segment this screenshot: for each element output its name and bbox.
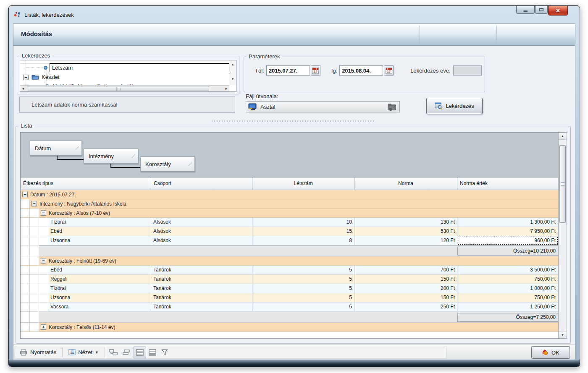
to-date-calendar-button[interactable]: 17 bbox=[384, 65, 394, 76]
tree-vertical-scrollbar[interactable]: ▲ ▼ bbox=[229, 60, 236, 85]
scroll-down-button[interactable]: ▼ bbox=[559, 331, 567, 338]
tree-horizontal-scrollbar[interactable]: ◄ ► bbox=[20, 85, 229, 91]
collapse-group-button[interactable]: − bbox=[41, 258, 46, 263]
data-row[interactable]: ReggeliTanárok5150 Ft750,00 Ft bbox=[21, 275, 558, 284]
grid-cell[interactable]: Ebéd bbox=[48, 227, 151, 236]
grid-cell[interactable]: Uzsonna bbox=[48, 236, 151, 245]
scroll-right-icon[interactable]: ► bbox=[223, 86, 229, 91]
scrollbar-thumb[interactable] bbox=[559, 145, 566, 223]
ok-button[interactable]: OK bbox=[531, 346, 570, 359]
titlebar[interactable]: Listák, lekérdezések ✕ bbox=[9, 6, 580, 23]
grid-cell[interactable]: 15 bbox=[252, 227, 354, 236]
maximize-button[interactable] bbox=[535, 6, 548, 14]
grid-vertical-scrollbar[interactable]: ▲ ▼ bbox=[558, 133, 567, 338]
expand-group-button[interactable]: + bbox=[41, 324, 46, 330]
group-by-panel[interactable]: Dátum∕Intézmény∕Korosztály∕ bbox=[21, 133, 558, 177]
collapse-group-button[interactable]: − bbox=[32, 201, 37, 206]
group-by-box[interactable]: Dátum∕ bbox=[30, 141, 82, 156]
group-row[interactable]: −Korosztály : Felnőtt (19-69 év) bbox=[21, 256, 558, 266]
print-button[interactable]: Nyomtatás bbox=[16, 347, 60, 358]
grid-cell[interactable]: Alsósok bbox=[151, 218, 252, 227]
scroll-down-icon[interactable]: ▼ bbox=[229, 77, 236, 81]
grid-cell[interactable]: 7 950,00 Ft bbox=[457, 227, 558, 236]
group-by-box[interactable]: Intézmény∕ bbox=[84, 149, 138, 164]
grid-cell[interactable]: 5 bbox=[252, 284, 354, 293]
grid-cell[interactable]: 200 Ft bbox=[354, 284, 457, 293]
grid-cell[interactable]: 1 250,00 Ft bbox=[457, 303, 558, 311]
grid-cell[interactable]: Tanárok bbox=[151, 293, 252, 302]
column-header[interactable]: Csoport bbox=[151, 177, 252, 190]
grid-cell[interactable]: 750,00 Ft bbox=[457, 293, 558, 302]
grid-cell[interactable]: Reggeli bbox=[48, 275, 151, 284]
grid-cell[interactable]: 750,00 Ft bbox=[457, 275, 558, 284]
grid-cell[interactable]: 5 bbox=[252, 303, 354, 311]
grid-cell[interactable]: 5 bbox=[252, 275, 354, 284]
scroll-up-icon[interactable]: ▲ bbox=[229, 63, 236, 66]
group-by-box[interactable]: Korosztály∕ bbox=[140, 157, 195, 172]
splitter-handle[interactable] bbox=[211, 120, 375, 122]
grid-cell[interactable]: Tízórai bbox=[48, 284, 151, 293]
grid-cell[interactable]: Vacsora bbox=[48, 303, 151, 311]
grid-cell[interactable]: Uzsonna bbox=[48, 293, 151, 302]
scroll-left-icon[interactable]: ◄ bbox=[20, 86, 26, 91]
data-row[interactable]: UzsonnaAlsósok8120 Ft960,00 Ft bbox=[21, 236, 558, 245]
scrollbar-thumb[interactable] bbox=[28, 86, 209, 91]
query-tree[interactable]: Létszám − Készlet Határidős kiegyenlítet… bbox=[20, 60, 236, 92]
group-row[interactable]: −Dátum : 2015.07.27. bbox=[21, 190, 558, 199]
column-header[interactable]: Norma bbox=[354, 177, 457, 190]
grid-cell[interactable]: Tanárok bbox=[151, 284, 252, 293]
collapse-group-button[interactable]: − bbox=[22, 192, 28, 197]
band-view-button[interactable] bbox=[146, 347, 159, 358]
grid-cell[interactable]: 150 Ft bbox=[354, 293, 457, 302]
row-view-button[interactable] bbox=[134, 347, 146, 358]
filter-button[interactable] bbox=[159, 347, 171, 358]
view-dropdown-button[interactable]: Nézet ▼ bbox=[64, 347, 103, 358]
data-row[interactable]: UzsonnaTanárok5150 Ft750,00 Ft bbox=[21, 293, 558, 303]
collapse-node-button[interactable]: − bbox=[23, 75, 29, 80]
grid-cell[interactable]: 5 bbox=[252, 293, 354, 302]
from-date-calendar-button[interactable]: 17 bbox=[311, 65, 320, 76]
query-year-input[interactable] bbox=[453, 65, 482, 76]
grid-cell[interactable]: Tanárok bbox=[151, 275, 252, 284]
grid-cell[interactable]: Alsósok bbox=[151, 236, 252, 245]
data-row[interactable]: TízóraiTanárok5200 Ft1 000,00 Ft bbox=[21, 284, 558, 293]
grid-cell[interactable]: 120 Ft bbox=[354, 236, 457, 245]
grid-cell[interactable]: Alsósok bbox=[151, 227, 252, 236]
minimize-button[interactable] bbox=[516, 6, 535, 14]
grid-cell[interactable]: 130 Ft bbox=[354, 218, 457, 227]
scroll-up-button[interactable]: ▲ bbox=[559, 133, 567, 140]
grid-cell[interactable]: Ebéd bbox=[48, 266, 151, 274]
data-row[interactable]: VacsoraTanárok5250 Ft1 250,00 Ft bbox=[21, 303, 558, 312]
file-path-combobox[interactable]: Asztal bbox=[246, 101, 400, 112]
group-row[interactable]: −Intézmény : Nagyberki Általános Iskola bbox=[21, 199, 558, 209]
browse-folder-icon[interactable] bbox=[386, 103, 398, 112]
grid-cell[interactable]: 5 bbox=[252, 266, 354, 274]
group-row[interactable]: +Korosztály : Felsős (11-14 év) bbox=[21, 323, 558, 332]
to-date-input[interactable] bbox=[339, 65, 383, 76]
collapse-all-groups-button[interactable] bbox=[120, 347, 134, 358]
grid-cell[interactable]: 8 bbox=[252, 236, 354, 245]
grid-cell[interactable]: Tanárok bbox=[151, 303, 252, 311]
tree-item-keszlet[interactable]: − Készlet bbox=[20, 73, 229, 82]
grid-cell[interactable]: 1 000,00 Ft bbox=[457, 284, 558, 293]
grid-cell[interactable]: 150 Ft bbox=[354, 275, 457, 284]
group-row[interactable]: −Korosztály : Alsós (7-10 év) bbox=[21, 209, 558, 218]
column-header[interactable]: Létszám bbox=[252, 177, 354, 190]
grid-cell[interactable]: 700 Ft bbox=[354, 266, 457, 274]
grid-cell[interactable]: 1 300,00 Ft bbox=[457, 218, 558, 227]
data-row[interactable]: TízóraiAlsósok10130 Ft1 300,00 Ft bbox=[21, 218, 558, 227]
column-header[interactable]: Norma érték bbox=[457, 177, 558, 190]
grid-cell[interactable]: Tízórai bbox=[48, 218, 151, 227]
data-row[interactable]: EbédTanárok5700 Ft3 500,00 Ft bbox=[21, 266, 558, 275]
grid-cell[interactable]: 250 Ft bbox=[354, 303, 457, 311]
grid-cell[interactable]: 3 500,00 Ft bbox=[457, 266, 558, 274]
from-date-input[interactable] bbox=[266, 65, 310, 76]
tree-item-letszam[interactable]: Létszám bbox=[20, 63, 229, 72]
grid-cell[interactable]: 530 Ft bbox=[354, 227, 457, 236]
grid-cell-selected[interactable]: 960,00 Ft bbox=[457, 236, 558, 245]
close-button[interactable]: ✕ bbox=[548, 6, 568, 16]
grid-cell[interactable]: Tanárok bbox=[151, 266, 252, 274]
column-header[interactable]: Étkezés típus bbox=[21, 177, 151, 190]
grid-cell[interactable]: 10 bbox=[252, 218, 354, 227]
run-query-button[interactable]: Lekérdezés bbox=[426, 98, 483, 114]
